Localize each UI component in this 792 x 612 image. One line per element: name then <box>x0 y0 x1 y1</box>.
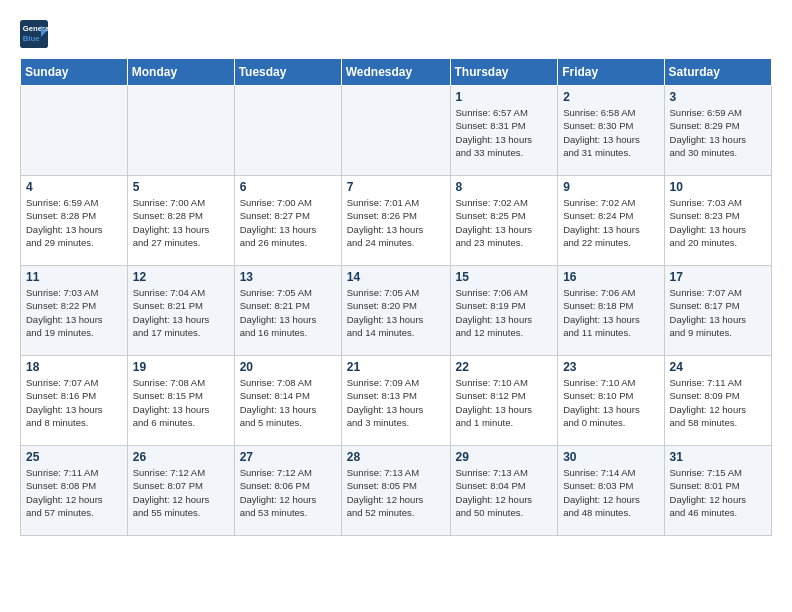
day-cell: 6Sunrise: 7:00 AM Sunset: 8:27 PM Daylig… <box>234 176 341 266</box>
day-detail: Sunrise: 7:10 AM Sunset: 8:12 PM Dayligh… <box>456 376 553 429</box>
day-detail: Sunrise: 7:11 AM Sunset: 8:09 PM Dayligh… <box>670 376 766 429</box>
week-row-4: 18Sunrise: 7:07 AM Sunset: 8:16 PM Dayli… <box>21 356 772 446</box>
day-number: 28 <box>347 450 445 464</box>
day-number: 3 <box>670 90 766 104</box>
day-detail: Sunrise: 7:08 AM Sunset: 8:15 PM Dayligh… <box>133 376 229 429</box>
day-detail: Sunrise: 7:04 AM Sunset: 8:21 PM Dayligh… <box>133 286 229 339</box>
day-detail: Sunrise: 6:59 AM Sunset: 8:28 PM Dayligh… <box>26 196 122 249</box>
day-number: 25 <box>26 450 122 464</box>
day-cell: 25Sunrise: 7:11 AM Sunset: 8:08 PM Dayli… <box>21 446 128 536</box>
day-cell <box>234 86 341 176</box>
day-number: 18 <box>26 360 122 374</box>
day-cell: 13Sunrise: 7:05 AM Sunset: 8:21 PM Dayli… <box>234 266 341 356</box>
day-detail: Sunrise: 7:02 AM Sunset: 8:24 PM Dayligh… <box>563 196 658 249</box>
header-row: SundayMondayTuesdayWednesdayThursdayFrid… <box>21 59 772 86</box>
day-number: 22 <box>456 360 553 374</box>
header-cell-friday: Friday <box>558 59 664 86</box>
day-number: 31 <box>670 450 766 464</box>
day-number: 13 <box>240 270 336 284</box>
day-detail: Sunrise: 7:00 AM Sunset: 8:27 PM Dayligh… <box>240 196 336 249</box>
day-number: 7 <box>347 180 445 194</box>
page-header: General Blue <box>20 20 772 48</box>
week-row-2: 4Sunrise: 6:59 AM Sunset: 8:28 PM Daylig… <box>21 176 772 266</box>
day-detail: Sunrise: 6:59 AM Sunset: 8:29 PM Dayligh… <box>670 106 766 159</box>
day-detail: Sunrise: 7:11 AM Sunset: 8:08 PM Dayligh… <box>26 466 122 519</box>
day-detail: Sunrise: 7:13 AM Sunset: 8:04 PM Dayligh… <box>456 466 553 519</box>
day-detail: Sunrise: 7:07 AM Sunset: 8:17 PM Dayligh… <box>670 286 766 339</box>
day-number: 23 <box>563 360 658 374</box>
day-cell: 31Sunrise: 7:15 AM Sunset: 8:01 PM Dayli… <box>664 446 771 536</box>
day-number: 10 <box>670 180 766 194</box>
day-number: 20 <box>240 360 336 374</box>
week-row-5: 25Sunrise: 7:11 AM Sunset: 8:08 PM Dayli… <box>21 446 772 536</box>
day-detail: Sunrise: 7:12 AM Sunset: 8:07 PM Dayligh… <box>133 466 229 519</box>
day-number: 9 <box>563 180 658 194</box>
day-cell <box>341 86 450 176</box>
day-number: 19 <box>133 360 229 374</box>
week-row-1: 1Sunrise: 6:57 AM Sunset: 8:31 PM Daylig… <box>21 86 772 176</box>
day-number: 8 <box>456 180 553 194</box>
day-number: 5 <box>133 180 229 194</box>
day-cell: 17Sunrise: 7:07 AM Sunset: 8:17 PM Dayli… <box>664 266 771 356</box>
day-number: 17 <box>670 270 766 284</box>
day-detail: Sunrise: 7:01 AM Sunset: 8:26 PM Dayligh… <box>347 196 445 249</box>
header-cell-wednesday: Wednesday <box>341 59 450 86</box>
header-cell-sunday: Sunday <box>21 59 128 86</box>
day-detail: Sunrise: 7:03 AM Sunset: 8:22 PM Dayligh… <box>26 286 122 339</box>
day-cell: 24Sunrise: 7:11 AM Sunset: 8:09 PM Dayli… <box>664 356 771 446</box>
day-detail: Sunrise: 7:07 AM Sunset: 8:16 PM Dayligh… <box>26 376 122 429</box>
calendar-table: SundayMondayTuesdayWednesdayThursdayFrid… <box>20 58 772 536</box>
day-number: 16 <box>563 270 658 284</box>
day-cell: 8Sunrise: 7:02 AM Sunset: 8:25 PM Daylig… <box>450 176 558 266</box>
day-cell: 27Sunrise: 7:12 AM Sunset: 8:06 PM Dayli… <box>234 446 341 536</box>
day-detail: Sunrise: 7:15 AM Sunset: 8:01 PM Dayligh… <box>670 466 766 519</box>
day-detail: Sunrise: 7:14 AM Sunset: 8:03 PM Dayligh… <box>563 466 658 519</box>
day-cell: 3Sunrise: 6:59 AM Sunset: 8:29 PM Daylig… <box>664 86 771 176</box>
day-cell: 28Sunrise: 7:13 AM Sunset: 8:05 PM Dayli… <box>341 446 450 536</box>
day-cell: 1Sunrise: 6:57 AM Sunset: 8:31 PM Daylig… <box>450 86 558 176</box>
day-detail: Sunrise: 7:09 AM Sunset: 8:13 PM Dayligh… <box>347 376 445 429</box>
day-cell <box>127 86 234 176</box>
day-number: 24 <box>670 360 766 374</box>
day-cell: 10Sunrise: 7:03 AM Sunset: 8:23 PM Dayli… <box>664 176 771 266</box>
calendar-header: SundayMondayTuesdayWednesdayThursdayFrid… <box>21 59 772 86</box>
day-detail: Sunrise: 6:57 AM Sunset: 8:31 PM Dayligh… <box>456 106 553 159</box>
day-cell: 30Sunrise: 7:14 AM Sunset: 8:03 PM Dayli… <box>558 446 664 536</box>
day-number: 11 <box>26 270 122 284</box>
day-cell: 23Sunrise: 7:10 AM Sunset: 8:10 PM Dayli… <box>558 356 664 446</box>
day-cell: 26Sunrise: 7:12 AM Sunset: 8:07 PM Dayli… <box>127 446 234 536</box>
day-number: 21 <box>347 360 445 374</box>
header-cell-saturday: Saturday <box>664 59 771 86</box>
header-cell-monday: Monday <box>127 59 234 86</box>
day-detail: Sunrise: 7:06 AM Sunset: 8:19 PM Dayligh… <box>456 286 553 339</box>
day-cell: 5Sunrise: 7:00 AM Sunset: 8:28 PM Daylig… <box>127 176 234 266</box>
day-cell: 22Sunrise: 7:10 AM Sunset: 8:12 PM Dayli… <box>450 356 558 446</box>
logo-icon: General Blue <box>20 20 48 48</box>
day-number: 30 <box>563 450 658 464</box>
svg-text:Blue: Blue <box>23 34 40 43</box>
day-cell: 2Sunrise: 6:58 AM Sunset: 8:30 PM Daylig… <box>558 86 664 176</box>
day-detail: Sunrise: 7:08 AM Sunset: 8:14 PM Dayligh… <box>240 376 336 429</box>
day-cell: 21Sunrise: 7:09 AM Sunset: 8:13 PM Dayli… <box>341 356 450 446</box>
header-cell-thursday: Thursday <box>450 59 558 86</box>
week-row-3: 11Sunrise: 7:03 AM Sunset: 8:22 PM Dayli… <box>21 266 772 356</box>
day-detail: Sunrise: 7:05 AM Sunset: 8:20 PM Dayligh… <box>347 286 445 339</box>
day-cell: 12Sunrise: 7:04 AM Sunset: 8:21 PM Dayli… <box>127 266 234 356</box>
day-cell: 15Sunrise: 7:06 AM Sunset: 8:19 PM Dayli… <box>450 266 558 356</box>
day-detail: Sunrise: 7:12 AM Sunset: 8:06 PM Dayligh… <box>240 466 336 519</box>
day-cell <box>21 86 128 176</box>
day-number: 6 <box>240 180 336 194</box>
day-cell: 14Sunrise: 7:05 AM Sunset: 8:20 PM Dayli… <box>341 266 450 356</box>
day-detail: Sunrise: 7:03 AM Sunset: 8:23 PM Dayligh… <box>670 196 766 249</box>
day-number: 27 <box>240 450 336 464</box>
day-detail: Sunrise: 7:06 AM Sunset: 8:18 PM Dayligh… <box>563 286 658 339</box>
day-detail: Sunrise: 7:02 AM Sunset: 8:25 PM Dayligh… <box>456 196 553 249</box>
logo: General Blue <box>20 20 52 48</box>
day-number: 26 <box>133 450 229 464</box>
day-number: 29 <box>456 450 553 464</box>
day-cell: 20Sunrise: 7:08 AM Sunset: 8:14 PM Dayli… <box>234 356 341 446</box>
day-cell: 29Sunrise: 7:13 AM Sunset: 8:04 PM Dayli… <box>450 446 558 536</box>
day-detail: Sunrise: 7:13 AM Sunset: 8:05 PM Dayligh… <box>347 466 445 519</box>
day-cell: 16Sunrise: 7:06 AM Sunset: 8:18 PM Dayli… <box>558 266 664 356</box>
day-number: 1 <box>456 90 553 104</box>
